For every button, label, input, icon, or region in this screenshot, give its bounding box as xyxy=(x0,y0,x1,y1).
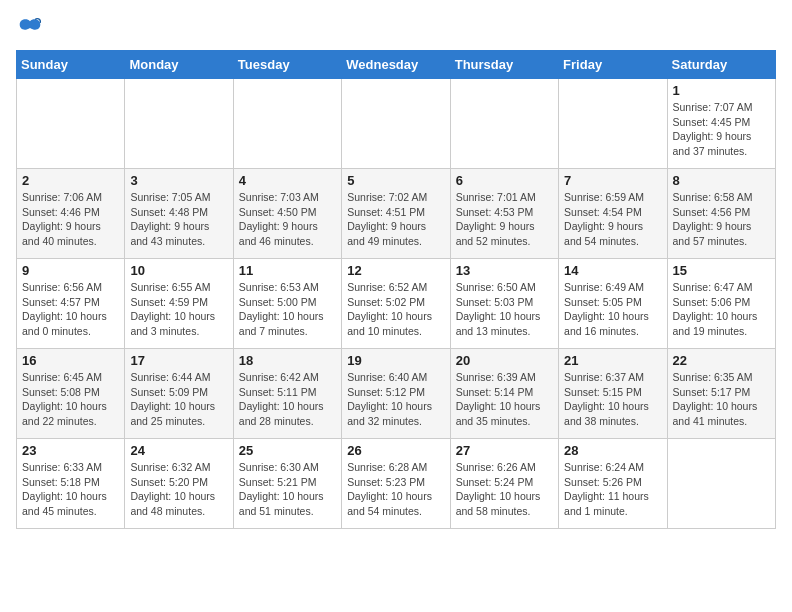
weekday-header: Tuesday xyxy=(233,51,341,79)
day-number: 13 xyxy=(456,263,553,278)
day-info: Sunrise: 7:06 AM Sunset: 4:46 PM Dayligh… xyxy=(22,190,119,249)
day-number: 21 xyxy=(564,353,661,368)
calendar-cell: 24Sunrise: 6:32 AM Sunset: 5:20 PM Dayli… xyxy=(125,439,233,529)
calendar-cell: 5Sunrise: 7:02 AM Sunset: 4:51 PM Daylig… xyxy=(342,169,450,259)
day-number: 5 xyxy=(347,173,444,188)
day-number: 26 xyxy=(347,443,444,458)
calendar-cell xyxy=(342,79,450,169)
calendar-week-row: 23Sunrise: 6:33 AM Sunset: 5:18 PM Dayli… xyxy=(17,439,776,529)
day-number: 12 xyxy=(347,263,444,278)
calendar-cell: 25Sunrise: 6:30 AM Sunset: 5:21 PM Dayli… xyxy=(233,439,341,529)
header xyxy=(16,16,776,40)
day-number: 23 xyxy=(22,443,119,458)
calendar-cell: 1Sunrise: 7:07 AM Sunset: 4:45 PM Daylig… xyxy=(667,79,775,169)
day-info: Sunrise: 6:40 AM Sunset: 5:12 PM Dayligh… xyxy=(347,370,444,429)
calendar-cell xyxy=(667,439,775,529)
calendar-cell: 15Sunrise: 6:47 AM Sunset: 5:06 PM Dayli… xyxy=(667,259,775,349)
calendar-cell xyxy=(559,79,667,169)
day-info: Sunrise: 6:26 AM Sunset: 5:24 PM Dayligh… xyxy=(456,460,553,519)
day-info: Sunrise: 6:30 AM Sunset: 5:21 PM Dayligh… xyxy=(239,460,336,519)
day-info: Sunrise: 6:52 AM Sunset: 5:02 PM Dayligh… xyxy=(347,280,444,339)
day-number: 16 xyxy=(22,353,119,368)
calendar-cell: 8Sunrise: 6:58 AM Sunset: 4:56 PM Daylig… xyxy=(667,169,775,259)
day-number: 15 xyxy=(673,263,770,278)
day-number: 3 xyxy=(130,173,227,188)
calendar-header-row: SundayMondayTuesdayWednesdayThursdayFrid… xyxy=(17,51,776,79)
weekday-header: Sunday xyxy=(17,51,125,79)
day-info: Sunrise: 6:24 AM Sunset: 5:26 PM Dayligh… xyxy=(564,460,661,519)
day-number: 22 xyxy=(673,353,770,368)
calendar-week-row: 1Sunrise: 7:07 AM Sunset: 4:45 PM Daylig… xyxy=(17,79,776,169)
day-info: Sunrise: 6:55 AM Sunset: 4:59 PM Dayligh… xyxy=(130,280,227,339)
day-info: Sunrise: 6:49 AM Sunset: 5:05 PM Dayligh… xyxy=(564,280,661,339)
calendar-cell: 20Sunrise: 6:39 AM Sunset: 5:14 PM Dayli… xyxy=(450,349,558,439)
calendar-cell xyxy=(450,79,558,169)
weekday-header: Thursday xyxy=(450,51,558,79)
calendar-cell: 12Sunrise: 6:52 AM Sunset: 5:02 PM Dayli… xyxy=(342,259,450,349)
calendar-body: 1Sunrise: 7:07 AM Sunset: 4:45 PM Daylig… xyxy=(17,79,776,529)
logo-bird-icon xyxy=(18,16,42,40)
calendar-cell: 10Sunrise: 6:55 AM Sunset: 4:59 PM Dayli… xyxy=(125,259,233,349)
day-info: Sunrise: 6:47 AM Sunset: 5:06 PM Dayligh… xyxy=(673,280,770,339)
day-info: Sunrise: 6:32 AM Sunset: 5:20 PM Dayligh… xyxy=(130,460,227,519)
calendar-cell xyxy=(125,79,233,169)
calendar-cell: 3Sunrise: 7:05 AM Sunset: 4:48 PM Daylig… xyxy=(125,169,233,259)
logo xyxy=(16,16,42,40)
day-number: 10 xyxy=(130,263,227,278)
day-number: 7 xyxy=(564,173,661,188)
calendar-cell: 27Sunrise: 6:26 AM Sunset: 5:24 PM Dayli… xyxy=(450,439,558,529)
calendar-cell: 14Sunrise: 6:49 AM Sunset: 5:05 PM Dayli… xyxy=(559,259,667,349)
day-number: 14 xyxy=(564,263,661,278)
day-number: 24 xyxy=(130,443,227,458)
day-info: Sunrise: 6:37 AM Sunset: 5:15 PM Dayligh… xyxy=(564,370,661,429)
day-number: 2 xyxy=(22,173,119,188)
calendar-cell: 26Sunrise: 6:28 AM Sunset: 5:23 PM Dayli… xyxy=(342,439,450,529)
day-info: Sunrise: 7:05 AM Sunset: 4:48 PM Dayligh… xyxy=(130,190,227,249)
day-number: 28 xyxy=(564,443,661,458)
calendar-cell: 28Sunrise: 6:24 AM Sunset: 5:26 PM Dayli… xyxy=(559,439,667,529)
day-info: Sunrise: 7:02 AM Sunset: 4:51 PM Dayligh… xyxy=(347,190,444,249)
calendar-cell xyxy=(233,79,341,169)
day-number: 11 xyxy=(239,263,336,278)
day-number: 6 xyxy=(456,173,553,188)
calendar-cell: 19Sunrise: 6:40 AM Sunset: 5:12 PM Dayli… xyxy=(342,349,450,439)
calendar-cell: 17Sunrise: 6:44 AM Sunset: 5:09 PM Dayli… xyxy=(125,349,233,439)
day-info: Sunrise: 6:33 AM Sunset: 5:18 PM Dayligh… xyxy=(22,460,119,519)
calendar-cell: 9Sunrise: 6:56 AM Sunset: 4:57 PM Daylig… xyxy=(17,259,125,349)
day-info: Sunrise: 6:39 AM Sunset: 5:14 PM Dayligh… xyxy=(456,370,553,429)
day-info: Sunrise: 6:44 AM Sunset: 5:09 PM Dayligh… xyxy=(130,370,227,429)
calendar-cell: 4Sunrise: 7:03 AM Sunset: 4:50 PM Daylig… xyxy=(233,169,341,259)
day-info: Sunrise: 7:03 AM Sunset: 4:50 PM Dayligh… xyxy=(239,190,336,249)
calendar-cell: 13Sunrise: 6:50 AM Sunset: 5:03 PM Dayli… xyxy=(450,259,558,349)
day-info: Sunrise: 6:28 AM Sunset: 5:23 PM Dayligh… xyxy=(347,460,444,519)
calendar-table: SundayMondayTuesdayWednesdayThursdayFrid… xyxy=(16,50,776,529)
day-number: 8 xyxy=(673,173,770,188)
day-number: 27 xyxy=(456,443,553,458)
day-number: 19 xyxy=(347,353,444,368)
day-number: 18 xyxy=(239,353,336,368)
day-number: 1 xyxy=(673,83,770,98)
calendar-cell xyxy=(17,79,125,169)
weekday-header: Wednesday xyxy=(342,51,450,79)
day-number: 25 xyxy=(239,443,336,458)
calendar-cell: 6Sunrise: 7:01 AM Sunset: 4:53 PM Daylig… xyxy=(450,169,558,259)
day-info: Sunrise: 6:59 AM Sunset: 4:54 PM Dayligh… xyxy=(564,190,661,249)
weekday-header: Saturday xyxy=(667,51,775,79)
day-info: Sunrise: 6:53 AM Sunset: 5:00 PM Dayligh… xyxy=(239,280,336,339)
day-number: 4 xyxy=(239,173,336,188)
day-info: Sunrise: 6:58 AM Sunset: 4:56 PM Dayligh… xyxy=(673,190,770,249)
day-number: 9 xyxy=(22,263,119,278)
calendar-week-row: 2Sunrise: 7:06 AM Sunset: 4:46 PM Daylig… xyxy=(17,169,776,259)
weekday-header: Monday xyxy=(125,51,233,79)
day-info: Sunrise: 6:50 AM Sunset: 5:03 PM Dayligh… xyxy=(456,280,553,339)
calendar-cell: 23Sunrise: 6:33 AM Sunset: 5:18 PM Dayli… xyxy=(17,439,125,529)
day-info: Sunrise: 6:42 AM Sunset: 5:11 PM Dayligh… xyxy=(239,370,336,429)
calendar-cell: 7Sunrise: 6:59 AM Sunset: 4:54 PM Daylig… xyxy=(559,169,667,259)
day-info: Sunrise: 7:01 AM Sunset: 4:53 PM Dayligh… xyxy=(456,190,553,249)
day-info: Sunrise: 6:35 AM Sunset: 5:17 PM Dayligh… xyxy=(673,370,770,429)
day-number: 17 xyxy=(130,353,227,368)
calendar-cell: 21Sunrise: 6:37 AM Sunset: 5:15 PM Dayli… xyxy=(559,349,667,439)
calendar-cell: 22Sunrise: 6:35 AM Sunset: 5:17 PM Dayli… xyxy=(667,349,775,439)
weekday-header: Friday xyxy=(559,51,667,79)
calendar-cell: 16Sunrise: 6:45 AM Sunset: 5:08 PM Dayli… xyxy=(17,349,125,439)
